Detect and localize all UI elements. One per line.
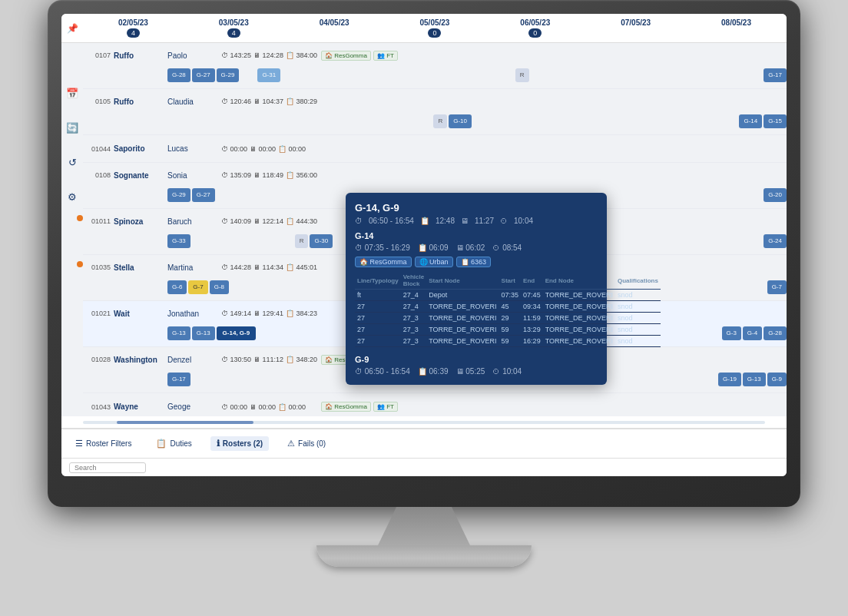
- employee-id: 0107: [83, 51, 114, 59]
- schedule-block[interactable]: G-8: [210, 280, 229, 294]
- employee-tags: 🏠 ResGomma 👥 FT: [321, 51, 398, 61]
- employee-last: Spinoza: [114, 217, 167, 226]
- schedule-block[interactable]: G-13: [167, 326, 190, 340]
- fails-button[interactable]: ⚠ Fails (0): [281, 436, 332, 451]
- monitor-bezel: 📌 02/05/23 4 03/05/23 4 04/05/23: [48, 0, 800, 507]
- table-row: ft 27_4 Depot 07:35 07:45 TORRE_DE_ROVER…: [355, 290, 661, 301]
- popup-section-stats: ⏱ 07:35 - 16:29 📋 06:09 🖥 06:02 ⏲ 08:54: [355, 243, 598, 252]
- bottom-bar: ☰ Roster Filters 📋 Duties ℹ Rosters (2) …: [61, 429, 787, 458]
- main-content: 📅 🔄 ↺ ⚙ 0107 Ruffo Paolo: [61, 43, 787, 429]
- date-col-3: 04/05/23: [296, 18, 373, 38]
- popup-tags: 🏠 ResGomma 🌐 Urban 📋 6363: [355, 257, 598, 267]
- schedule-block-active[interactable]: G-14, G-9: [217, 326, 257, 340]
- employee-id: 01011: [83, 217, 114, 225]
- popup-title: G-14, G-9: [355, 202, 598, 214]
- schedule-block[interactable]: G-10: [449, 114, 472, 128]
- schedule-block[interactable]: G-13: [743, 373, 766, 386]
- date-label-2: 03/05/23: [219, 18, 249, 27]
- schedule-block[interactable]: G-33: [167, 234, 190, 248]
- popup-section2-stats: ⏱ 06:50 - 16:54 📋 06:39 🖥 05:25 ⏲ 10:04: [355, 367, 598, 376]
- date-label-3: 04/05/23: [320, 18, 349, 27]
- date-label-6: 07/05/23: [621, 18, 651, 27]
- roster-icon[interactable]: 🔄: [66, 122, 78, 134]
- refresh-icon[interactable]: ↺: [68, 157, 77, 168]
- schedule-block[interactable]: G-28: [167, 68, 190, 82]
- schedule-block[interactable]: G-17: [764, 68, 787, 82]
- popup-tag-number: 📋 6363: [456, 257, 492, 267]
- employee-first: Geoge: [167, 402, 221, 411]
- schedule-block[interactable]: G-4: [743, 326, 762, 340]
- employee-id: 01043: [83, 403, 114, 411]
- timeline-scroll[interactable]: [61, 416, 787, 429]
- schedule-block-yellow[interactable]: G-7: [188, 280, 207, 294]
- col-end-node: End Node: [543, 272, 615, 290]
- employee-tags: 🏠 ResGomma 👥 FT: [321, 402, 398, 412]
- schedule-block[interactable]: G-30: [310, 234, 333, 248]
- popup-stat2: 11:27: [475, 217, 494, 225]
- timeline-scrollbar[interactable]: [83, 421, 765, 424]
- date-col-7: 08/05/23: [697, 18, 774, 38]
- duties-label: Duties: [170, 439, 191, 448]
- schedule-block[interactable]: G-28: [764, 326, 787, 340]
- table-row: 01044 Saporito Lucas ⏱ 00:00 🖥 00:00 📋 0…: [83, 135, 787, 163]
- date-col-1: 02/05/23 4: [94, 18, 171, 38]
- employee-last: Saporito: [114, 144, 167, 153]
- schedule-block[interactable]: G-27: [192, 188, 215, 202]
- date-col-4: 05/05/23 0: [396, 18, 473, 38]
- duties-button[interactable]: 📋 Duties: [150, 436, 197, 451]
- schedule-block[interactable]: G-27: [192, 68, 215, 82]
- employee-last: Wayne: [114, 402, 167, 411]
- search-bar: [61, 458, 787, 476]
- schedule-block[interactable]: G-31: [257, 68, 280, 82]
- fails-label: Fails (0): [298, 439, 326, 448]
- col-qual: Qualifications: [615, 272, 661, 290]
- employee-stats: ⏱ 00:00 🖥 00:00 📋 00:00: [221, 145, 321, 153]
- popup-stat2-icon: 🖥: [461, 217, 469, 225]
- employee-last: Washington: [114, 356, 167, 364]
- monitor-stand-neck: [378, 507, 470, 545]
- schedule-block[interactable]: G-24: [764, 234, 787, 248]
- scrollbar-thumb[interactable]: [117, 421, 253, 424]
- search-input[interactable]: [69, 462, 146, 473]
- table-row: 01043 Wayne Geoge ⏱ 00:00 🖥 00:00 📋 00:0…: [83, 393, 787, 416]
- schedule-detail-popup: G-14, G-9 ⏱ 06:50 - 16:54 📋 12:48 🖥 11:2…: [346, 193, 607, 385]
- employee-last: Sognante: [114, 171, 167, 180]
- table-row: 0105 Ruffo Claudia ⏱ 120:46 🖥 104:37 📋 3…: [83, 89, 787, 135]
- calendar-icon[interactable]: 📅: [66, 88, 78, 99]
- employee-stats: ⏱ 130:50 🖥 111:12 📋 348:20: [221, 356, 321, 363]
- schedule-block[interactable]: G-7: [767, 280, 787, 294]
- roster-filters-button[interactable]: ☰ Roster Filters: [69, 436, 137, 451]
- employee-first: Martina: [167, 263, 221, 272]
- schedule-block[interactable]: G-9: [767, 373, 787, 386]
- popup-stat3: 10:04: [514, 217, 533, 225]
- schedule-block[interactable]: G-13: [192, 326, 215, 340]
- settings-icon[interactable]: ⚙: [68, 191, 77, 203]
- fails-icon: ⚠: [287, 439, 295, 449]
- employee-id: 0105: [83, 98, 114, 105]
- screen: 📌 02/05/23 4 03/05/23 4 04/05/23: [61, 14, 787, 476]
- schedule-block[interactable]: G-3: [722, 326, 741, 340]
- date-badge-2: 4: [227, 28, 240, 38]
- schedule-block[interactable]: G-29: [167, 188, 190, 202]
- date-badge-4: 0: [428, 28, 441, 38]
- row-schedule: G-28 G-27 G-29 G-31 R G-17: [83, 68, 787, 84]
- employee-stats: ⏱ 143:25 🖥 124:28 📋 384:00: [221, 51, 321, 59]
- table-row: 27 27_3 TORRE_DE_ROVERI 59 16:29 TORRE_D…: [355, 336, 661, 347]
- employee-stats: ⏱ 135:09 🖥 118:49 📋 356:00: [221, 171, 321, 179]
- employee-first: Claudia: [167, 98, 221, 106]
- date-label-5: 06/05/23: [520, 18, 550, 27]
- popup-section2-title: G-9: [355, 355, 598, 364]
- schedule-block[interactable]: G-15: [764, 114, 787, 128]
- timeline-header: 📌 02/05/23 4 03/05/23 4 04/05/23: [61, 14, 787, 43]
- schedule-block-r: R: [433, 114, 447, 128]
- rosters-button[interactable]: ℹ Rosters (2): [210, 436, 269, 451]
- schedule-block[interactable]: G-19: [718, 373, 741, 386]
- schedule-block[interactable]: G-20: [764, 188, 787, 202]
- employee-first: Lucas: [167, 144, 221, 153]
- schedule-block[interactable]: G-17: [167, 373, 190, 386]
- sidebar-icons: 📅 🔄 ↺ ⚙: [61, 72, 83, 429]
- schedule-block[interactable]: G-6: [167, 280, 187, 294]
- employee-first: Sonia: [167, 171, 221, 180]
- schedule-block[interactable]: G-14: [739, 114, 762, 128]
- schedule-block[interactable]: G-29: [217, 68, 240, 82]
